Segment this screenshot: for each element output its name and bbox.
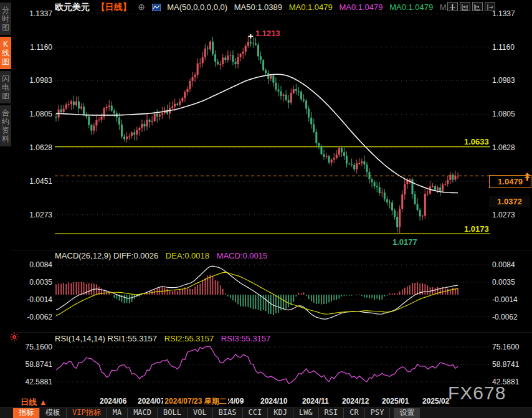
rsi-axis-left-label: 42.5881: [12, 378, 52, 386]
rsi2-label: RSI2:55.3157: [164, 334, 214, 343]
period-selector[interactable]: 日线 ▲: [21, 397, 47, 408]
rsi-axis-left-label: 58.8741: [12, 360, 52, 369]
symbol-title: 欧元美元: [55, 2, 90, 12]
rsi-axis-right-label: 75.1600: [492, 343, 519, 351]
sidebar-item-tab[interactable]: 分时图: [0, 2, 11, 35]
high-price-label: 1.1213: [255, 29, 280, 38]
toolbar-tab[interactable]: 指标: [13, 408, 40, 418]
rsi-axis-right-label: 58.8741: [492, 360, 519, 369]
chart-header: 欧元美元 【日线】 ⊕ MA(50,0,0,0,0,0) MA50:1.0389…: [55, 2, 458, 13]
zoom-in-axis-icon[interactable]: [460, 2, 470, 11]
zoom-out-axis-icon[interactable]: [472, 2, 483, 11]
macd-axis-right-label: -0.0014: [492, 295, 518, 304]
trading-app: { "header": { "symbol": "欧元美元", "period_…: [0, 0, 532, 418]
resistance-label: 1.0633: [464, 137, 489, 146]
main-axis-right-label: 1.0273: [492, 211, 515, 219]
indicator-toolbar: 指标模板VIP指标MAMACDBOLLVOLBIASCCIKDJLW&RSICR…: [0, 407, 532, 418]
ma50-price-box: 1.0372: [489, 196, 530, 207]
toolbar-tab[interactable]: 模板: [40, 408, 67, 418]
macd-axis-right-label: 0.0035: [492, 278, 515, 287]
toolbar-tab[interactable]: BOLL: [158, 408, 188, 418]
ma0-value-green: MA0:1.0479: [389, 2, 433, 12]
toolbar-tab[interactable]: LW&: [293, 408, 319, 418]
jump-to-latest-icon[interactable]: [523, 172, 531, 184]
ma50-value: MA50:1.0389: [234, 2, 282, 12]
macd-axis-left-label: 0.0035: [12, 278, 52, 287]
period-selector-label: 日线: [21, 397, 37, 407]
ma-settings-label: MA(50,0,0,0,0,0): [167, 2, 227, 12]
chart-type-icon: [152, 4, 161, 13]
main-axis-right-label: 1.0983: [492, 76, 515, 85]
macd-value-label: MACD:0.0015: [217, 251, 268, 260]
macd-diff-label: MACD(26,12,9) DIFF:0.0026: [55, 251, 158, 260]
macd-axis-left-label: -0.0062: [12, 313, 52, 321]
rsi1-label: RSI(14,14,14) RSI1:55.3157: [55, 334, 157, 343]
chevron-up-icon: ▲: [39, 397, 47, 407]
low-price-label: 1.0177: [392, 237, 417, 247]
toolbar-tab[interactable]: KDJ: [268, 408, 293, 418]
main-axis-left-label: 1.0983: [12, 76, 52, 85]
date-tick-label: 2024/06: [100, 397, 126, 406]
date-tick-label: 2025/01: [382, 397, 409, 406]
pan-tool-icon[interactable]: [447, 2, 458, 11]
date-tick-label: 2024/12: [342, 397, 369, 406]
main-axis-left-label: 1.0805: [12, 110, 52, 118]
macd-header: MACD(26,12,9) DIFF:0.0026 DEA:0.0018 MAC…: [55, 251, 275, 260]
rsi-header: RSI(14,14,14) RSI1:55.3157 RSI2:55.3157 …: [55, 334, 278, 343]
toolbar-tab[interactable]: MA: [107, 408, 128, 418]
main-axis-left-label: 1.1160: [12, 43, 52, 52]
macd-axis-right-label: 0.0084: [492, 260, 515, 269]
crosshair-marker: +: [248, 31, 254, 41]
toolbar-tab[interactable]: VOL: [188, 408, 213, 418]
toolbar-tab[interactable]: MACD: [128, 408, 158, 418]
crosshair-date-box: 2024/07/23 星期二: [163, 396, 228, 407]
main-axis-right-label: 1.1160: [492, 43, 515, 52]
rsi3-label: RSI3:55.3157: [221, 334, 271, 343]
main-axis-right-label: 1.1337: [492, 9, 515, 18]
chart-tool-icons: [447, 2, 495, 11]
period-tag: 【日线】: [97, 2, 131, 12]
main-axis-right-label: 1.0805: [492, 110, 515, 118]
support-label: 1.0173: [464, 224, 489, 234]
date-tick-label: 2024/07: [138, 397, 164, 406]
macd-axis-right-label: -0.0062: [492, 313, 518, 321]
sidebar-item-tab[interactable]: 合约资料: [0, 105, 11, 146]
toolbar-tab[interactable]: CR: [344, 408, 364, 418]
ma0-value-yellow: MA0:1.0479: [289, 2, 333, 12]
sidebar-item-tab[interactable]: 闪电图: [0, 71, 11, 103]
main-axis-left-label: 1.1337: [12, 9, 52, 18]
main-axis-left-label: 1.0628: [12, 143, 52, 152]
date-tick-label: 2024/10: [260, 397, 287, 406]
ma0-value-magenta: MA0:1.0479: [339, 2, 382, 12]
macd-axis-left-label: -0.0014: [12, 295, 52, 304]
sidebar: 分时图K线图闪电图合约资料: [0, 0, 11, 407]
toolbar-tab[interactable]: CCI: [243, 408, 268, 418]
main-axis-right-label: 1.0628: [492, 143, 515, 152]
toolbar-tab[interactable]: PSY: [365, 408, 391, 418]
date-tick-label: 2025/02: [422, 397, 449, 406]
main-axis-left-label: 1.0451: [12, 177, 52, 186]
main-axis-left-label: 1.0273: [12, 211, 52, 219]
toolbar-tab[interactable]: BIAS: [213, 408, 243, 418]
goto-latest-icon[interactable]: [485, 2, 495, 11]
macd-axis-left-label: 0.0084: [12, 260, 52, 269]
date-tick-label: 2024/11: [302, 397, 329, 406]
toolbar-tab[interactable]: RSI: [319, 408, 344, 418]
sidebar-item-selected[interactable]: K线图: [0, 37, 11, 69]
watermark: FX678: [448, 382, 506, 404]
alert-icon[interactable]: [9, 332, 19, 344]
chart-canvas[interactable]: [0, 0, 532, 418]
toolbar-tab[interactable]: VIP指标: [67, 408, 107, 418]
toolbar-tab[interactable]: 设置: [394, 408, 420, 418]
macd-dea-label: DEA:0.0018: [166, 251, 209, 260]
add-indicator-icon[interactable]: ⊕: [138, 2, 145, 12]
